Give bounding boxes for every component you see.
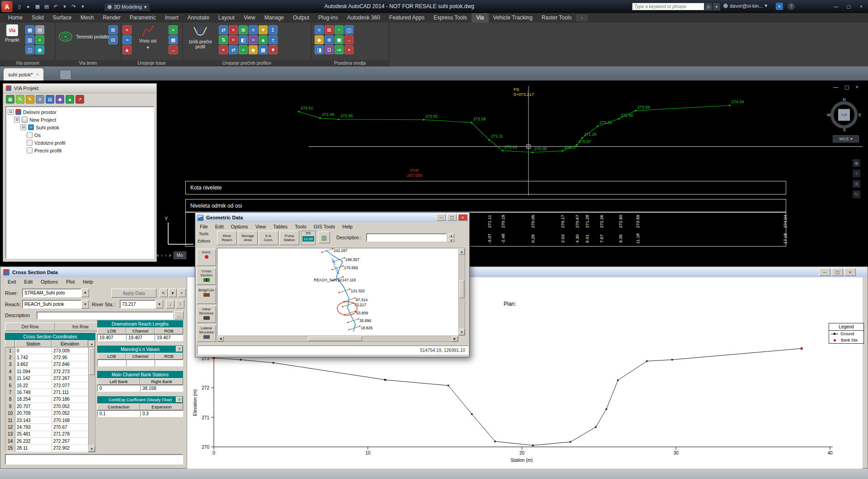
table-scrollbar[interactable]: ▲ ▼ — [88, 340, 95, 452]
station-cell[interactable]: 15.22 — [15, 382, 52, 389]
contraction-value[interactable]: 0.1 — [97, 410, 140, 417]
workspace-selector[interactable]: 3D Modeling ▾ — [104, 2, 150, 11]
tab-parametric[interactable]: Parametric — [125, 13, 160, 23]
station-cell[interactable]: 26.232 — [15, 438, 52, 445]
palette-tool-5-icon[interactable]: ▤ — [46, 95, 54, 104]
posebna-icon-7[interactable]: ▣ — [335, 35, 344, 44]
new-file-icon[interactable]: ▯ — [15, 2, 24, 10]
gd-plot-button[interactable]: ▧ — [318, 232, 330, 243]
posebna-icon-12[interactable]: × — [344, 45, 354, 54]
scroll-down-icon[interactable]: ▼ — [89, 446, 95, 452]
elevation-cell[interactable]: 272.95 — [52, 354, 89, 361]
scroll-left-icon[interactable]: ◀ — [217, 336, 224, 341]
gd-description-input[interactable] — [366, 233, 447, 242]
elevation-cell[interactable]: 270.186 — [52, 396, 89, 403]
viewcube[interactable]: TOP N W E S — [828, 99, 860, 131]
panel-label-posebna-orodja[interactable]: Posebna orodja — [311, 60, 389, 66]
rob-value[interactable]: 19.407 — [155, 334, 183, 341]
station-cell[interactable]: 0 — [15, 347, 52, 354]
panel-label-urejanje-trase[interactable]: Urejanje trase — [121, 60, 183, 66]
tab-surface[interactable]: Surface — [48, 13, 76, 23]
trase-left-icon-3[interactable]: ▲ — [123, 45, 132, 54]
wcs-selector[interactable]: WCS ▾ — [833, 135, 859, 142]
elevation-cell[interactable]: 270.052 — [52, 410, 89, 417]
scroll-right-icon[interactable]: ▶ — [452, 336, 458, 341]
orbit-icon[interactable]: ↻ — [853, 190, 860, 198]
tab-annotate[interactable]: Annotate — [183, 13, 214, 23]
via-osnovni-icon-4[interactable]: + — [35, 35, 44, 44]
scrollbar-thumb[interactable] — [308, 337, 362, 341]
redo-icon[interactable]: ↷ — [70, 2, 78, 10]
tree-item-suhi-potok[interactable]: ⊟≈Suhi potok — [6, 123, 154, 131]
tool-s-a-conn-button[interactable]: S.A.Conn. — [259, 231, 278, 245]
model-tab[interactable]: Mo — [174, 251, 186, 259]
mannings-help-button[interactable]: ? — [176, 346, 183, 352]
station-cell[interactable]: 25.481 — [15, 431, 52, 438]
table-row[interactable]: 716.749271.111 — [5, 389, 89, 396]
panel-label-via-osnovni[interactable]: Via osnovni — [0, 60, 55, 66]
restore-drawing-icon[interactable]: ▢ — [844, 84, 849, 90]
gd-titlebar[interactable]: Geometric Data — [196, 213, 469, 222]
tool-storage-area-button[interactable]: StorageArea — [238, 231, 258, 245]
tree-item-vzdolzni-profil[interactable]: Vzdolzni profil — [6, 139, 154, 147]
tab-featured-apps[interactable]: Featured Apps — [385, 13, 429, 23]
expansion-value[interactable]: 0.3 — [140, 410, 183, 417]
table-row[interactable]: 1325.481271.278 — [5, 431, 89, 438]
tab-raster-tools[interactable]: Raster Tools — [537, 13, 576, 23]
table-row[interactable]: 615.22272.077 — [5, 382, 89, 389]
close-drawing-icon[interactable]: × — [855, 84, 858, 90]
table-row[interactable]: 1426.232272.257 — [5, 438, 89, 445]
profilov-icon-9[interactable]: ◧ — [239, 35, 248, 44]
station-cell[interactable]: 20.707 — [15, 403, 52, 410]
compass-north-label[interactable]: N — [843, 97, 846, 102]
viewcube-top-face[interactable]: TOP — [838, 109, 850, 121]
river-combo[interactable]: STREAM_Suhi poto ▾ — [22, 289, 89, 297]
vnos-osi-button[interactable]: Vnos osi ▾ — [135, 24, 160, 50]
gd-maximize-button[interactable]: ▢ — [447, 214, 457, 221]
via-osnovni-icon-1[interactable]: ▦ — [25, 25, 34, 34]
spin-up-icon[interactable]: ▴ — [448, 233, 454, 237]
tab-plug-ins[interactable]: Plug-ins — [314, 13, 342, 23]
editor-lateral-structure-button[interactable]: Lateral Structure — [197, 325, 216, 342]
posebna-icon-8[interactable]: → — [344, 35, 354, 44]
tab-view[interactable]: View — [239, 13, 260, 23]
tool-river-reach-button[interactable]: RiverReach — [217, 231, 237, 245]
gd-menu-edit[interactable]: Edit — [212, 224, 227, 229]
tree-expand-icon[interactable]: ⊟ — [14, 117, 20, 123]
gd-minimize-button[interactable]: — — [436, 214, 446, 221]
csd-menu-edit[interactable]: Edit — [20, 279, 37, 285]
panel-label-urejanje-precnih-profilov[interactable]: Urejanje prečnih profilov — [183, 60, 311, 66]
tree-item-os[interactable]: Os — [6, 131, 154, 139]
compass-south-label[interactable]: S — [843, 128, 846, 132]
via-teren-icon-1[interactable]: ⊞ — [108, 25, 118, 34]
model-nav-3-icon[interactable]: › — [165, 253, 166, 258]
tab-insert[interactable]: Insert — [160, 13, 183, 23]
trase-left-icon-2[interactable]: ≈ — [123, 35, 132, 44]
section-list-icon[interactable]: ▾ — [169, 289, 177, 297]
posebna-icon-3[interactable]: ~ — [335, 25, 344, 34]
spin-down-icon[interactable]: ▾ — [448, 238, 454, 242]
tab-home[interactable]: Home — [4, 13, 27, 23]
profilov-icon-2[interactable]: × — [229, 25, 238, 34]
minimize-drawing-icon[interactable]: — — [833, 84, 838, 90]
gd-menu-help[interactable]: Help — [339, 224, 356, 229]
station-cell[interactable]: 24.793 — [15, 424, 52, 431]
rob-value[interactable] — [155, 360, 183, 366]
palette-tool-8-icon[interactable]: ↗ — [75, 95, 84, 104]
elevation-cell[interactable]: 272.273 — [52, 368, 89, 375]
elevation-cell[interactable]: 271.111 — [52, 389, 89, 396]
tab-render[interactable]: Render — [98, 13, 125, 23]
station-cell[interactable]: 3.862 — [15, 361, 52, 368]
csd-close-button[interactable]: × — [844, 268, 856, 276]
csd-menu-help[interactable]: Help — [79, 279, 97, 285]
editor-brdg-culv-button[interactable]: Brdg/Culv — [197, 287, 216, 304]
csd-menu-plot[interactable]: Plot — [62, 279, 79, 285]
profilov-icon-12[interactable]: ± — [269, 35, 278, 44]
terenski-podatki-button[interactable]: Terenski podatki — [58, 29, 108, 44]
csd-restore-button[interactable]: ▢ — [832, 268, 843, 276]
via-osnovni-icon-3[interactable]: ▥ — [25, 35, 34, 44]
channel-value[interactable] — [126, 360, 155, 366]
tree-expand-icon[interactable]: ⊟ — [20, 124, 26, 130]
tab-autodesk-360[interactable]: Autodesk 360 — [342, 13, 384, 23]
station-cell[interactable]: 16.749 — [15, 389, 52, 396]
